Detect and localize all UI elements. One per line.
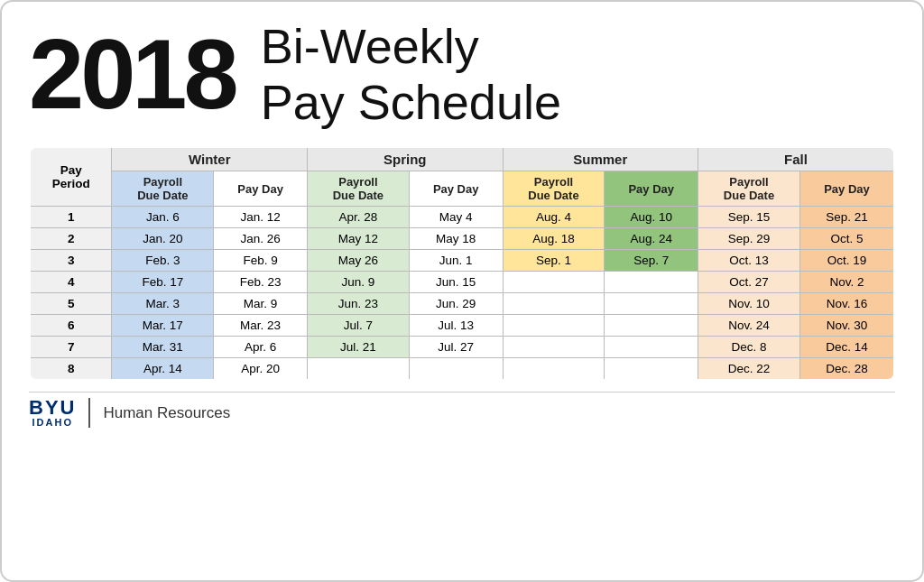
table-row: 7 [30, 337, 112, 358]
hr-dept: Human Resources [103, 404, 230, 422]
winter-pay-header: Pay Day [214, 171, 308, 207]
spring-header: Spring [307, 147, 503, 171]
table-row: 5 [30, 293, 112, 315]
table-row: 2 [30, 228, 112, 250]
table-row: 3 [30, 250, 112, 272]
byu-logo: BYU IDAHO [29, 398, 90, 428]
table-row: 8 [30, 358, 112, 381]
idaho-text: IDAHO [32, 418, 73, 428]
winter-due-header: PayrollDue Date [112, 171, 214, 207]
table-row: 6 [30, 315, 112, 337]
spring-pay-header: Pay Day [409, 171, 503, 207]
pay-schedule-table: PayPeriod Winter Spring Summer Fall Payr… [29, 146, 895, 381]
fall-pay-header: Pay Day [799, 171, 894, 207]
year: 2018 [29, 24, 236, 124]
header: 2018 Bi-Weekly Pay Schedule [29, 18, 895, 130]
spring-due-header: PayrollDue Date [307, 171, 409, 207]
fall-header: Fall [698, 147, 894, 171]
table-row: 4 [30, 272, 112, 293]
summer-due-header: PayrollDue Date [503, 171, 605, 207]
summer-header: Summer [503, 147, 698, 171]
title: Bi-Weekly Pay Schedule [261, 18, 561, 130]
byu-text: BYU [29, 398, 76, 418]
table-row: 1 [30, 207, 112, 228]
footer: BYU IDAHO Human Resources [29, 392, 895, 428]
fall-due-header: PayrollDue Date [698, 171, 800, 207]
winter-header: Winter [112, 147, 308, 171]
pay-period-header: PayPeriod [30, 147, 112, 207]
summer-pay-header: Pay Day [605, 171, 698, 207]
